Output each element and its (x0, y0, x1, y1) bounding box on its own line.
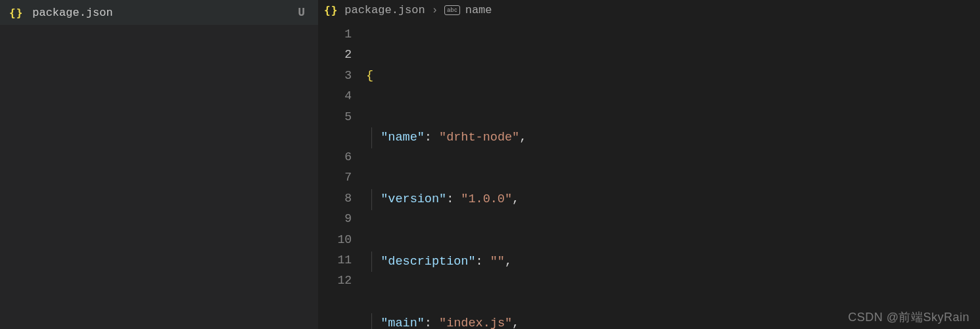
line-number: 8 (319, 188, 352, 209)
code-editor[interactable]: 1 2 3 4 5 6 7 8 9 10 11 12 { "name": "dr… (319, 20, 980, 329)
file-name: package.json (32, 7, 298, 19)
json-file-icon: {} (324, 4, 338, 16)
symbol-string-icon: abc (444, 5, 459, 15)
line-number: 1 (319, 24, 352, 45)
breadcrumb-file[interactable]: package.json (344, 4, 425, 16)
line-number-gutter: 1 2 3 4 5 6 7 8 9 10 11 12 (319, 24, 366, 329)
line-number: 6 (319, 147, 352, 167)
open-editor-file[interactable]: {} package.json U (0, 0, 318, 25)
code-line[interactable]: { (366, 66, 980, 86)
line-number: 12 (319, 271, 352, 291)
file-explorer-sidebar: {} package.json U (0, 0, 319, 329)
line-number: 9 (319, 209, 352, 229)
code-line[interactable]: "name": "drht-node", (366, 127, 980, 148)
line-number: 4 (319, 86, 352, 106)
breadcrumb-symbol[interactable]: name (465, 4, 492, 16)
json-file-icon: {} (9, 7, 23, 19)
code-line[interactable]: "version": "1.0.0", (366, 189, 980, 209)
breadcrumb[interactable]: {} package.json › abc name (319, 0, 980, 20)
git-status-badge: U (298, 6, 309, 19)
code-line[interactable]: "main": "index.js", (366, 313, 980, 329)
code-line[interactable]: "description": "", (366, 252, 980, 272)
line-number: 11 (319, 250, 352, 271)
line-number: 3 (319, 66, 352, 86)
line-number: 10 (319, 230, 352, 250)
line-number: 2 (319, 45, 352, 65)
line-number: 7 (319, 167, 352, 188)
editor-panel: {} package.json › abc name 1 2 3 4 5 6 7… (319, 0, 980, 329)
line-number: 5 (319, 107, 352, 127)
chevron-right-icon: › (432, 5, 438, 16)
code-content[interactable]: { "name": "drht-node", "version": "1.0.0… (366, 24, 980, 329)
